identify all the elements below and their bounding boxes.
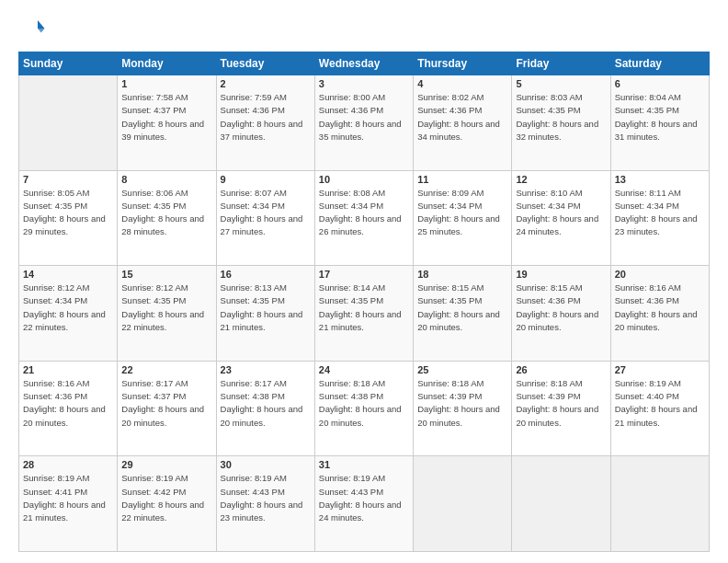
calendar-cell: 31 Sunrise: 8:19 AMSunset: 4:43 PMDaylig…: [314, 456, 413, 552]
calendar-cell: 6 Sunrise: 8:04 AMSunset: 4:35 PMDayligh…: [610, 75, 709, 171]
logo: [18, 15, 50, 42]
day-number: 8: [121, 174, 211, 185]
day-info: Sunrise: 8:19 AMSunset: 4:40 PMDaylight:…: [615, 378, 698, 428]
calendar-cell: 4 Sunrise: 8:02 AMSunset: 4:36 PMDayligh…: [414, 75, 512, 171]
day-number: 27: [615, 364, 705, 375]
day-number: 5: [516, 78, 606, 89]
calendar-cell: 29 Sunrise: 8:19 AMSunset: 4:42 PMDaylig…: [118, 456, 216, 552]
calendar-body: 1 Sunrise: 7:58 AMSunset: 4:37 PMDayligh…: [19, 75, 710, 552]
calendar-cell: 2 Sunrise: 7:59 AMSunset: 4:36 PMDayligh…: [216, 75, 314, 171]
calendar-week-row: 7 Sunrise: 8:05 AMSunset: 4:35 PMDayligh…: [19, 170, 710, 266]
day-number: 28: [23, 459, 113, 470]
day-number: 21: [23, 364, 113, 375]
calendar-cell: 8 Sunrise: 8:06 AMSunset: 4:35 PMDayligh…: [118, 170, 216, 266]
calendar-table: SundayMondayTuesdayWednesdayThursdayFrid…: [18, 52, 710, 552]
day-number: 30: [221, 459, 311, 470]
calendar-week-row: 1 Sunrise: 7:58 AMSunset: 4:37 PMDayligh…: [19, 75, 710, 171]
header: [18, 15, 710, 42]
day-info: Sunrise: 8:07 AMSunset: 4:34 PMDaylight:…: [221, 188, 303, 237]
day-number: 6: [615, 78, 705, 89]
day-number: 31: [319, 459, 409, 470]
day-number: 26: [516, 364, 606, 375]
day-info: Sunrise: 8:17 AMSunset: 4:38 PMDaylight:…: [221, 378, 303, 428]
day-info: Sunrise: 8:09 AMSunset: 4:34 PMDaylight:…: [417, 188, 500, 237]
day-info: Sunrise: 8:18 AMSunset: 4:39 PMDaylight:…: [417, 378, 500, 428]
calendar-cell: [414, 456, 512, 552]
calendar-cell: 15 Sunrise: 8:12 AMSunset: 4:35 PMDaylig…: [118, 266, 216, 362]
calendar-cell: 5 Sunrise: 8:03 AMSunset: 4:35 PMDayligh…: [512, 75, 610, 171]
calendar-cell: 11 Sunrise: 8:09 AMSunset: 4:34 PMDaylig…: [414, 170, 512, 266]
day-info: Sunrise: 8:16 AMSunset: 4:36 PMDaylight:…: [615, 282, 698, 332]
weekday-row: SundayMondayTuesdayWednesdayThursdayFrid…: [19, 52, 710, 75]
day-info: Sunrise: 8:13 AMSunset: 4:35 PMDaylight:…: [221, 282, 303, 332]
logo-icon: [18, 15, 46, 42]
calendar-cell: 22 Sunrise: 8:17 AMSunset: 4:37 PMDaylig…: [118, 361, 216, 456]
day-number: 7: [23, 174, 113, 185]
day-info: Sunrise: 8:10 AMSunset: 4:34 PMDaylight:…: [516, 188, 598, 237]
day-number: 25: [417, 364, 507, 375]
day-number: 20: [615, 269, 705, 280]
calendar-week-row: 14 Sunrise: 8:12 AMSunset: 4:34 PMDaylig…: [19, 266, 710, 362]
day-number: 9: [221, 174, 311, 185]
calendar-cell: 24 Sunrise: 8:18 AMSunset: 4:38 PMDaylig…: [314, 361, 413, 456]
day-number: 3: [319, 78, 409, 89]
day-number: 10: [319, 174, 409, 185]
calendar-cell: 23 Sunrise: 8:17 AMSunset: 4:38 PMDaylig…: [216, 361, 314, 456]
calendar-cell: 21 Sunrise: 8:16 AMSunset: 4:36 PMDaylig…: [19, 361, 118, 456]
calendar-cell: 14 Sunrise: 8:12 AMSunset: 4:34 PMDaylig…: [19, 266, 118, 362]
day-number: 2: [221, 78, 311, 89]
calendar-cell: 12 Sunrise: 8:10 AMSunset: 4:34 PMDaylig…: [512, 170, 610, 266]
calendar-week-row: 21 Sunrise: 8:16 AMSunset: 4:36 PMDaylig…: [19, 361, 710, 456]
day-number: 12: [516, 174, 606, 185]
day-number: 17: [319, 269, 409, 280]
calendar-cell: [512, 456, 610, 552]
calendar-cell: 27 Sunrise: 8:19 AMSunset: 4:40 PMDaylig…: [610, 361, 709, 456]
day-info: Sunrise: 8:11 AMSunset: 4:34 PMDaylight:…: [615, 188, 698, 237]
calendar-cell: 10 Sunrise: 8:08 AMSunset: 4:34 PMDaylig…: [314, 170, 413, 266]
calendar-cell: 3 Sunrise: 8:00 AMSunset: 4:36 PMDayligh…: [314, 75, 413, 171]
day-info: Sunrise: 8:17 AMSunset: 4:37 PMDaylight:…: [121, 378, 204, 428]
day-number: 14: [23, 269, 113, 280]
day-info: Sunrise: 8:06 AMSunset: 4:35 PMDaylight:…: [121, 188, 204, 237]
weekday-header: Wednesday: [314, 52, 413, 75]
day-info: Sunrise: 8:02 AMSunset: 4:36 PMDaylight:…: [417, 92, 500, 142]
calendar-cell: [19, 75, 118, 171]
day-info: Sunrise: 8:15 AMSunset: 4:36 PMDaylight:…: [516, 282, 598, 332]
day-info: Sunrise: 8:18 AMSunset: 4:38 PMDaylight:…: [319, 378, 402, 428]
day-info: Sunrise: 8:15 AMSunset: 4:35 PMDaylight:…: [417, 282, 500, 332]
day-info: Sunrise: 8:05 AMSunset: 4:35 PMDaylight:…: [23, 188, 106, 237]
calendar-cell: 26 Sunrise: 8:18 AMSunset: 4:39 PMDaylig…: [512, 361, 610, 456]
day-info: Sunrise: 8:08 AMSunset: 4:34 PMDaylight:…: [319, 188, 402, 237]
calendar-header: SundayMondayTuesdayWednesdayThursdayFrid…: [19, 52, 710, 75]
day-number: 19: [516, 269, 606, 280]
day-number: 22: [121, 364, 211, 375]
day-number: 15: [121, 269, 211, 280]
calendar-cell: 17 Sunrise: 8:14 AMSunset: 4:35 PMDaylig…: [314, 266, 413, 362]
day-info: Sunrise: 8:18 AMSunset: 4:39 PMDaylight:…: [516, 378, 598, 428]
calendar-cell: 20 Sunrise: 8:16 AMSunset: 4:36 PMDaylig…: [610, 266, 709, 362]
weekday-header: Friday: [512, 52, 610, 75]
day-number: 24: [319, 364, 409, 375]
day-info: Sunrise: 8:19 AMSunset: 4:41 PMDaylight:…: [23, 473, 106, 523]
day-info: Sunrise: 8:12 AMSunset: 4:34 PMDaylight:…: [23, 282, 106, 332]
calendar-cell: 19 Sunrise: 8:15 AMSunset: 4:36 PMDaylig…: [512, 266, 610, 362]
day-info: Sunrise: 8:04 AMSunset: 4:35 PMDaylight:…: [615, 92, 698, 142]
calendar-cell: 1 Sunrise: 7:58 AMSunset: 4:37 PMDayligh…: [118, 75, 216, 171]
day-info: Sunrise: 8:12 AMSunset: 4:35 PMDaylight:…: [121, 282, 204, 332]
calendar-week-row: 28 Sunrise: 8:19 AMSunset: 4:41 PMDaylig…: [19, 456, 710, 552]
day-info: Sunrise: 8:16 AMSunset: 4:36 PMDaylight:…: [23, 378, 106, 428]
day-info: Sunrise: 8:19 AMSunset: 4:43 PMDaylight:…: [319, 473, 402, 523]
page: SundayMondayTuesdayWednesdayThursdayFrid…: [0, 0, 728, 563]
day-number: 4: [417, 78, 507, 89]
day-info: Sunrise: 8:19 AMSunset: 4:42 PMDaylight:…: [121, 473, 204, 523]
calendar-cell: 16 Sunrise: 8:13 AMSunset: 4:35 PMDaylig…: [216, 266, 314, 362]
day-number: 1: [121, 78, 211, 89]
day-number: 29: [121, 459, 211, 470]
day-number: 11: [417, 174, 507, 185]
day-info: Sunrise: 8:00 AMSunset: 4:36 PMDaylight:…: [319, 92, 402, 142]
day-number: 23: [221, 364, 311, 375]
day-number: 18: [417, 269, 507, 280]
calendar-cell: 13 Sunrise: 8:11 AMSunset: 4:34 PMDaylig…: [610, 170, 709, 266]
weekday-header: Sunday: [19, 52, 118, 75]
day-info: Sunrise: 8:19 AMSunset: 4:43 PMDaylight:…: [221, 473, 303, 523]
